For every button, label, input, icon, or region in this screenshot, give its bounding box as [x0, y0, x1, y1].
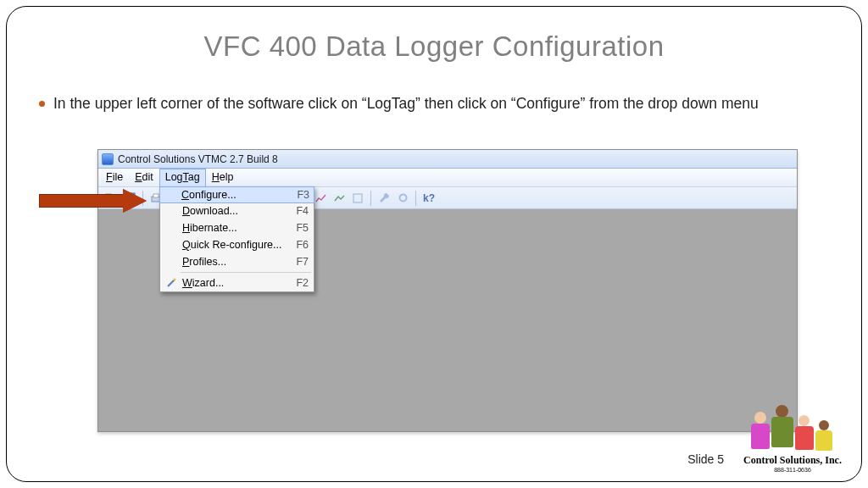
menu-item-quick-reconfigure[interactable]: Quick Re-configure... F6: [160, 236, 314, 253]
menubar: File Edit LogTag Help: [98, 169, 797, 187]
menu-item-shortcut: F3: [290, 189, 309, 201]
menu-item-shortcut: F5: [289, 222, 309, 234]
menu-logtag-text: LogTag: [165, 171, 200, 183]
profiles-icon: [164, 255, 179, 269]
menu-help[interactable]: Help: [206, 169, 240, 186]
menu-item-label: Hibernate...: [182, 222, 289, 234]
logtag-dropdown: Configure... F3 Download... F4 Hibernate…: [159, 186, 314, 292]
window-title: Control Solutions VTMC 2.7 Build 8: [118, 153, 278, 165]
menu-item-label: Wizard...: [182, 277, 289, 289]
hibernate-icon: [164, 221, 179, 235]
window-titlebar[interactable]: Control Solutions VTMC 2.7 Build 8: [98, 150, 797, 169]
menu-item-download[interactable]: Download... F4: [160, 202, 314, 219]
download-icon: [164, 204, 179, 218]
menu-item-hibernate[interactable]: Hibernate... F5: [160, 219, 314, 236]
menu-edit-rest: dit: [142, 171, 153, 183]
wizard-icon: [164, 276, 179, 290]
toolbar-chart-icon[interactable]: [312, 190, 329, 207]
svg-text:k?: k?: [423, 192, 435, 203]
callout-arrow: [39, 190, 147, 212]
menu-separator: [181, 272, 311, 273]
toolbar-separator: [370, 191, 371, 206]
menu-file[interactable]: File: [100, 169, 129, 186]
menu-item-label: Profiles...: [182, 256, 289, 268]
menu-item-label: Configure...: [181, 189, 290, 201]
toolbar-chart2-icon[interactable]: [331, 190, 348, 207]
menu-item-label: Download...: [182, 205, 289, 217]
brand-block: Control Solutions, Inc. 888-311-0636: [743, 407, 843, 473]
menu-edit[interactable]: Edit: [129, 169, 159, 186]
app-window: Control Solutions VTMC 2.7 Build 8 File …: [97, 149, 798, 432]
brand-name: Control Solutions, Inc.: [743, 454, 843, 467]
toolbar-help-icon[interactable]: k?: [420, 190, 437, 207]
menu-logtag[interactable]: LogTag: [159, 169, 206, 186]
menu-file-rest: ile: [113, 171, 124, 183]
menu-item-shortcut: F6: [289, 239, 309, 251]
menu-item-shortcut: F7: [289, 256, 309, 268]
configure-icon: [163, 188, 178, 202]
svg-point-18: [399, 195, 406, 202]
toolbar-separator: [415, 191, 416, 206]
arrow-head-icon: [123, 189, 147, 213]
menu-item-shortcut: F4: [289, 205, 309, 217]
quick-icon: [164, 238, 179, 252]
menu-item-label: Quick Re-configure...: [182, 239, 289, 251]
brand-phone: 888-311-0636: [743, 467, 843, 473]
svg-point-20: [174, 279, 176, 281]
svg-rect-5: [153, 194, 159, 197]
slide-frame: VFC 400 Data Logger Configuration In the…: [6, 6, 862, 482]
arrow-shaft: [39, 194, 124, 208]
menu-item-configure[interactable]: Configure... F3: [159, 186, 314, 203]
menu-help-rest: elp: [220, 171, 234, 183]
menu-item-profiles[interactable]: Profiles... F7: [160, 253, 314, 270]
menu-item-shortcut: F2: [289, 277, 309, 289]
brand-illustration: [743, 407, 843, 454]
app-icon: [102, 153, 114, 165]
bullet-text: In the upper left corner of the software…: [53, 95, 759, 114]
toolbar-wrench-icon[interactable]: [376, 190, 392, 207]
bullet-item: In the upper left corner of the software…: [39, 95, 819, 114]
svg-rect-17: [353, 194, 362, 202]
toolbar-gear-icon[interactable]: [394, 190, 411, 207]
menu-item-wizard[interactable]: Wizard... F2: [160, 274, 314, 291]
toolbar-generic-icon[interactable]: [349, 190, 366, 207]
slide-title: VFC 400 Data Logger Configuration: [7, 30, 861, 63]
slide-number: Slide 5: [687, 452, 724, 466]
bullet-marker: [39, 101, 45, 107]
